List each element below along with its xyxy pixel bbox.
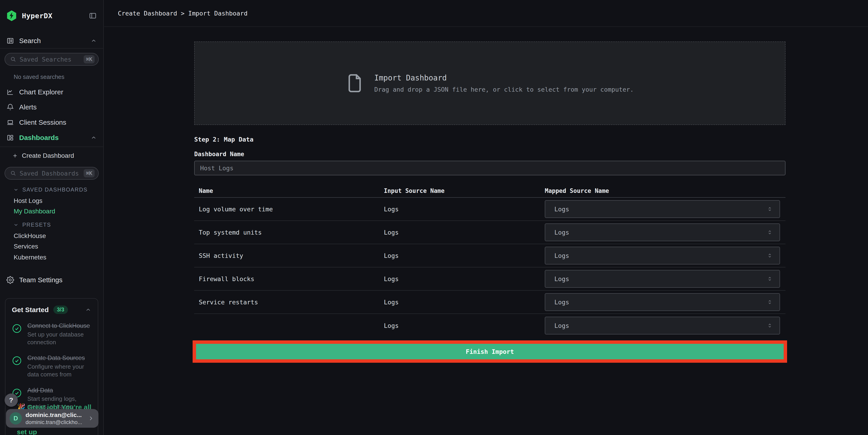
hyperdx-logo-icon [6, 10, 17, 22]
avatar: D [9, 412, 22, 425]
mapped-source-select[interactable]: Logs [545, 223, 780, 241]
mapped-source-select[interactable]: Logs [545, 247, 780, 265]
chart-line-icon [6, 88, 14, 96]
preset-clickhouse[interactable]: ClickHouse [0, 231, 103, 241]
question-mark-icon: ? [9, 396, 13, 404]
select-chevrons-icon [766, 275, 773, 282]
input-source-name: Logs [384, 252, 399, 259]
breadcrumb[interactable]: Create Dashboard > Import Dashboard [118, 10, 248, 17]
table-row: Firewall blocks Logs Logs [194, 268, 785, 291]
user-email: dominic.tran@clickho... [26, 419, 82, 426]
column-header-input-source: Input Source Name [384, 187, 444, 194]
chevron-right-icon [88, 415, 94, 422]
saved-searches-search[interactable]: ⌘K [5, 53, 99, 66]
select-value: Logs [554, 299, 569, 306]
sidebar-collapse-icon[interactable] [89, 12, 97, 20]
mapped-source-select[interactable]: Logs [545, 200, 780, 218]
saved-dashboards-search[interactable]: ⌘K [5, 167, 99, 180]
select-chevrons-icon [766, 322, 773, 329]
dropzone-title: Import Dashboard [374, 73, 634, 82]
table-row: Top systemd units Logs Logs [194, 221, 785, 244]
nav-label: Chart Explorer [19, 88, 63, 96]
get-started-item-sources[interactable]: Create Data Sources Configure where your… [12, 354, 91, 378]
select-value: Logs [554, 229, 569, 236]
column-header-mapped-source: Mapped Source Name [545, 187, 609, 194]
dashboard-name-label: Dashboard Name [194, 151, 785, 158]
preset-services[interactable]: Services [0, 241, 103, 252]
saved-searches-input[interactable] [20, 56, 84, 63]
nav-label: Client Sessions [19, 119, 66, 126]
get-started-item-title: Add Data [27, 387, 91, 395]
sidebar-item-client-sessions[interactable]: Client Sessions [0, 115, 103, 130]
shortcut-badge: ⌘K [84, 55, 95, 63]
sidebar-item-chart-explorer[interactable]: Chart Explorer [0, 85, 103, 99]
saved-dashboard-my-dashboard[interactable]: My Dashboard [0, 206, 103, 217]
preset-kubernetes[interactable]: Kubernetes [0, 252, 103, 262]
sidebar-item-dashboards[interactable]: Dashboards [0, 130, 103, 145]
table-row: SSH activity Logs Logs [194, 244, 785, 268]
gear-icon [6, 276, 14, 284]
mapped-source-select[interactable]: Logs [545, 317, 780, 335]
sidebar-item-search[interactable]: Search [0, 34, 103, 48]
divider [0, 147, 103, 147]
mapped-source-select[interactable]: Logs [545, 270, 780, 288]
search-icon [10, 56, 17, 62]
select-chevrons-icon [766, 299, 773, 306]
get-started-item-desc: Configure where your data comes from [27, 363, 91, 378]
input-source-name: Logs [384, 275, 399, 282]
sidebar-search-label: Search [19, 37, 41, 45]
tile-name: Top systemd units [199, 229, 262, 236]
tile-name: Firewall blocks [199, 275, 254, 282]
sidebar-header: HyperDX [0, 9, 103, 23]
select-chevrons-icon [766, 229, 773, 236]
saved-dashboards-group-header[interactable]: SAVED DASHBOARDS [0, 185, 103, 194]
get-started-header[interactable]: Get Started 3/3 [12, 306, 91, 314]
mapping-table: Name Input Source Name Mapped Source Nam… [194, 184, 785, 337]
get-started-item-desc: Set up your database connection [27, 331, 91, 346]
shortcut-badge: ⌘K [84, 169, 95, 177]
input-source-name: Logs [384, 299, 399, 306]
create-dashboard-button[interactable]: Create Dashboard [0, 149, 103, 162]
help-button[interactable]: ? [5, 394, 18, 407]
dropzone-subtitle: Drag and drop a JSON file here, or click… [374, 86, 634, 93]
search-icon [10, 170, 17, 177]
nav-label: Alerts [19, 103, 37, 111]
get-started-item-title: Create Data Sources [27, 354, 91, 362]
get-started-item-connect[interactable]: Connect to ClickHouse Set up your databa… [12, 322, 91, 346]
finish-import-button[interactable]: Finish Import [196, 344, 784, 359]
select-value: Logs [554, 322, 569, 329]
app-title: HyperDX [22, 12, 53, 20]
input-source-name: Logs [384, 322, 399, 329]
get-started-progress-badge: 3/3 [53, 306, 68, 314]
get-started-item-title: Connect to ClickHouse [27, 322, 91, 330]
annotation-highlight: Finish Import [193, 340, 787, 363]
user-menu[interactable]: D dominic.tran@clic... dominic.tran@clic… [6, 409, 98, 428]
json-dropzone[interactable]: Import Dashboard Drag and drop a JSON fi… [194, 41, 785, 125]
saved-dashboards-input[interactable] [20, 170, 84, 177]
sidebar-item-team-settings[interactable]: Team Settings [0, 273, 103, 287]
tile-name: Log volume over time [199, 206, 273, 213]
sidebar-item-alerts[interactable]: Alerts [0, 100, 103, 115]
chevron-up-icon [91, 38, 97, 44]
create-dashboard-label: Create Dashboard [22, 152, 74, 159]
divider [0, 48, 103, 49]
plus-icon [12, 153, 18, 159]
mapped-source-select[interactable]: Logs [545, 293, 780, 311]
dashboard-name-input[interactable] [194, 161, 785, 175]
group-title-label: SAVED DASHBOARDS [22, 186, 88, 193]
dashboard-grid-icon [6, 134, 14, 142]
tile-name: SSH activity [199, 252, 243, 259]
group-title-label: PRESETS [22, 222, 51, 228]
chevron-up-icon [85, 307, 91, 313]
saved-dashboard-host-logs[interactable]: Host Logs [0, 196, 103, 206]
search-panel-icon [6, 37, 14, 45]
select-value: Logs [554, 206, 569, 213]
bell-icon [6, 103, 14, 111]
step-label: Step 2: Map Data [194, 136, 785, 143]
main-area: Create Dashboard > Import Dashboard Impo… [104, 0, 868, 435]
nav-label: Dashboards [19, 134, 59, 142]
presets-group-header[interactable]: PRESETS [0, 220, 103, 229]
check-circle-icon [12, 356, 22, 366]
import-dashboard-panel: Import Dashboard Drag and drop a JSON fi… [194, 27, 785, 363]
chevron-down-icon [13, 187, 19, 192]
